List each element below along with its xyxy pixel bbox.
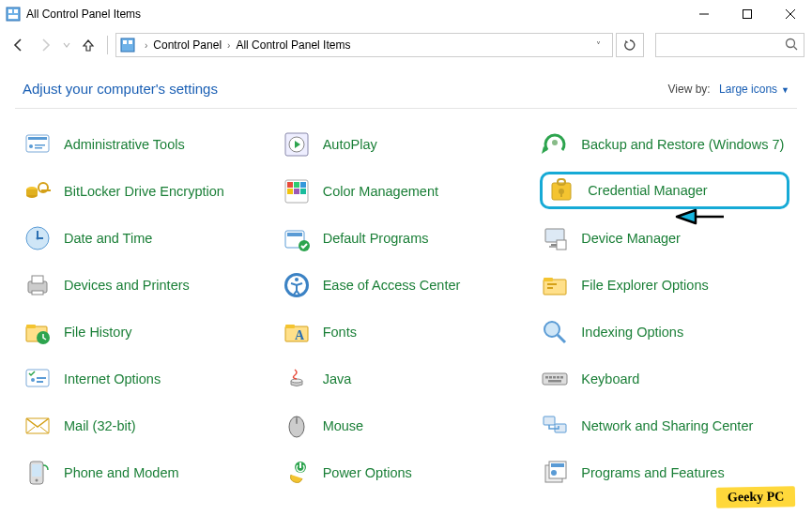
refresh-button[interactable] [616,33,644,57]
cp-item-file-explorer[interactable]: File Explorer Options [540,268,789,302]
fonts-icon: A [282,317,312,347]
svg-rect-74 [545,376,548,379]
svg-point-15 [29,144,33,148]
svg-rect-70 [37,377,46,379]
cp-item-indexing[interactable]: Indexing Options [540,315,789,349]
svg-rect-78 [560,376,563,379]
cp-item-label: Indexing Options [581,325,683,341]
cp-item-label: Default Programs [323,231,429,247]
cp-item-autoplay[interactable]: AutoPlay [282,128,531,161]
up-button[interactable] [77,34,100,56]
svg-rect-84 [544,416,555,425]
svg-rect-75 [549,376,552,379]
cp-item-mouse[interactable]: Mouse [282,409,531,443]
cp-item-label: Keyboard [581,371,639,387]
svg-point-72 [291,379,302,383]
page-title: Adjust your computer's settings [23,81,218,97]
cp-item-label: Credential Manager [588,183,707,199]
address-dropdown-icon[interactable]: ˅ [588,40,608,51]
svg-point-69 [31,378,35,382]
cp-item-java[interactable]: Java [282,362,531,396]
address-bar[interactable]: › Control Panel › All Control Panel Item… [115,33,613,57]
file-explorer-icon [540,270,570,300]
cp-item-power[interactable]: Power Options [282,456,531,490]
cp-item-color[interactable]: Color Management [282,174,531,208]
svg-rect-27 [41,189,51,191]
chevron-down-icon: ▼ [781,85,789,95]
chevron-right-icon[interactable]: › [222,40,236,51]
maximize-button[interactable] [726,0,769,28]
svg-point-22 [552,140,558,145]
recent-dropdown[interactable] [60,34,73,56]
svg-rect-52 [32,291,43,295]
keyboard-icon [540,364,570,394]
svg-rect-2 [14,9,18,13]
svg-rect-90 [299,462,301,468]
close-button[interactable] [769,0,812,28]
datetime-icon [23,223,53,253]
control-panel-grid: Administrative ToolsAutoPlayBackup and R… [0,109,812,512]
svg-rect-76 [553,376,556,379]
back-button[interactable] [8,34,30,56]
minimize-button[interactable] [682,0,726,28]
cp-item-ease-access[interactable]: Ease of Access Center [282,268,531,302]
search-box[interactable] [655,33,804,57]
forward-button[interactable] [34,34,56,56]
file-history-icon [23,317,53,347]
svg-rect-1 [8,9,12,13]
view-by-dropdown[interactable]: Large icons▼ [719,83,789,96]
default-programs-icon [282,223,312,253]
cp-item-label: BitLocker Drive Encryption [64,184,224,200]
svg-rect-56 [544,280,566,295]
cp-item-label: AutoPlay [323,137,377,153]
breadcrumb-item[interactable]: Control Panel [153,38,222,52]
cp-item-credential[interactable]: Credential Manager [540,172,789,209]
svg-rect-71 [37,381,43,383]
breadcrumb-item[interactable]: All Control Panel Items [236,38,350,52]
cp-item-device-manager[interactable]: Device Manager [540,221,789,255]
cp-item-internet[interactable]: Internet Options [23,362,272,396]
cp-item-admin-tools[interactable]: Administrative Tools [23,128,272,161]
cp-item-default-programs[interactable]: Default Programs [282,221,531,255]
cp-item-label: Color Management [323,184,438,200]
cp-item-label: Network and Sharing Center [581,418,753,434]
cp-item-label: Device Manager [581,231,681,247]
cp-item-label: Ease of Access Center [323,278,461,294]
svg-rect-25 [26,189,38,195]
cp-item-fonts[interactable]: AFonts [282,315,531,349]
svg-rect-51 [32,276,43,283]
control-panel-crumb-icon [120,38,135,53]
cp-item-programs[interactable]: Programs and Features [540,456,789,490]
svg-rect-3 [8,15,18,19]
bitlocker-icon [23,176,53,206]
phone-icon [23,458,53,488]
cp-item-label: Mail (32-bit) [64,418,136,434]
cp-item-backup[interactable]: Backup and Restore (Windows 7) [540,128,789,161]
indexing-icon [540,317,570,347]
cp-item-label: Power Options [323,465,412,481]
cp-item-file-history[interactable]: File History [23,315,272,349]
cp-item-phone[interactable]: Phone and Modem [23,456,272,490]
cp-item-label: Programs and Features [581,465,724,481]
cp-item-datetime[interactable]: Date and Time [23,221,272,255]
cp-item-keyboard[interactable]: Keyboard [540,362,789,396]
svg-text:A: A [295,328,305,342]
chevron-right-icon[interactable]: › [139,40,153,51]
cp-item-network[interactable]: Network and Sharing Center [540,409,789,443]
cp-item-devices-printers[interactable]: Devices and Printers [23,268,272,302]
mail-icon [23,411,53,441]
svg-rect-93 [551,463,564,467]
backup-icon [540,129,570,159]
cp-item-mail[interactable]: Mail (32-bit) [23,409,272,443]
svg-rect-17 [35,147,42,149]
separator [107,36,108,54]
svg-rect-49 [557,240,566,250]
svg-rect-83 [296,418,298,423]
svg-rect-16 [35,144,45,146]
cp-item-label: Internet Options [64,371,161,387]
svg-rect-64 [285,325,295,328]
cp-item-label: Backup and Restore (Windows 7) [581,137,784,153]
cp-item-bitlocker[interactable]: BitLocker Drive Encryption [23,174,272,208]
svg-line-67 [558,335,565,342]
svg-rect-61 [26,325,36,328]
